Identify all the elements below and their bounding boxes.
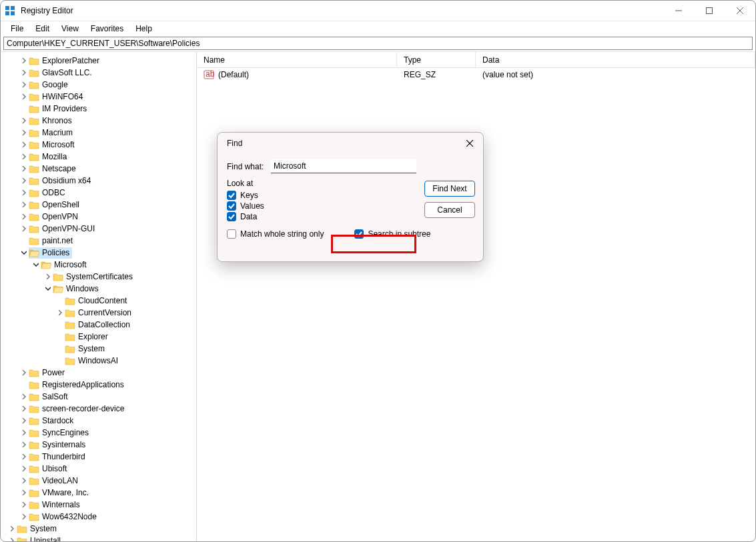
menu-favorites[interactable]: Favorites	[85, 23, 129, 35]
tree-node[interactable]: Microsoft	[1, 139, 196, 151]
chevron-right-icon[interactable]	[19, 464, 29, 473]
chevron-right-icon[interactable]	[19, 416, 29, 425]
chevron-right-icon[interactable]	[19, 452, 29, 461]
chevron-right-icon[interactable]	[19, 488, 29, 497]
tree-node[interactable]: OpenVPN	[1, 211, 196, 223]
minimize-button[interactable]	[663, 1, 694, 21]
menu-file[interactable]: File	[5, 23, 29, 35]
list-pane[interactable]: Name Type Data ab(Default)REG_SZ(value n…	[197, 52, 755, 541]
tree-node[interactable]: System	[1, 343, 196, 355]
close-button[interactable]	[725, 1, 755, 21]
chevron-right-icon[interactable]	[19, 392, 29, 401]
chevron-right-icon[interactable]	[19, 512, 29, 521]
tree-node[interactable]: SalSoft	[1, 391, 196, 403]
chevron-right-icon[interactable]	[19, 188, 29, 197]
menu-view[interactable]: View	[55, 23, 85, 35]
chevron-down-icon[interactable]	[43, 284, 53, 293]
chevron-right-icon[interactable]	[19, 116, 29, 125]
menu-edit[interactable]: Edit	[29, 23, 55, 35]
tree-node[interactable]: ODBC	[1, 187, 196, 199]
chevron-right-icon[interactable]	[19, 80, 29, 89]
tree-pane[interactable]: ExplorerPatcherGlavSoft LLC.GoogleHWiNFO…	[1, 52, 197, 541]
chevron-right-icon[interactable]	[19, 56, 29, 65]
tree-node[interactable]: Thunderbird	[1, 451, 196, 463]
tree-node[interactable]: Policies	[1, 247, 196, 259]
chevron-right-icon[interactable]	[19, 164, 29, 173]
tree-node[interactable]: Netscape	[1, 163, 196, 175]
search-subtree-checkbox[interactable]	[354, 229, 364, 239]
tree-node[interactable]: screen-recorder-device	[1, 403, 196, 415]
keys-checkbox[interactable]	[227, 191, 236, 200]
chevron-down-icon[interactable]	[19, 248, 29, 257]
data-checkbox[interactable]	[227, 212, 236, 221]
maximize-button[interactable]	[694, 1, 725, 21]
chevron-right-icon[interactable]	[19, 152, 29, 161]
tree-node[interactable]: ExplorerPatcher	[1, 55, 196, 67]
address-bar[interactable]: Computer\HKEY_CURRENT_USER\Software\Poli…	[3, 37, 753, 50]
tree-node[interactable]: Power	[1, 367, 196, 379]
col-type[interactable]: Type	[397, 52, 476, 67]
tree-node[interactable]: Windows	[1, 283, 196, 295]
value-row[interactable]: ab(Default)REG_SZ(value not set)	[197, 68, 755, 81]
tree-node[interactable]: RegisteredApplications	[1, 379, 196, 391]
tree-node[interactable]: IM Providers	[1, 103, 196, 115]
chevron-right-icon[interactable]	[19, 500, 29, 509]
match-whole-checkbox[interactable]	[227, 229, 236, 239]
chevron-right-icon[interactable]	[19, 68, 29, 77]
chevron-right-icon[interactable]	[19, 476, 29, 485]
chevron-right-icon[interactable]	[55, 308, 65, 317]
col-data[interactable]: Data	[476, 52, 755, 67]
chevron-right-icon[interactable]	[43, 272, 53, 281]
tree-node[interactable]: Mozilla	[1, 151, 196, 163]
tree-node[interactable]: Obsidium x64	[1, 175, 196, 187]
chevron-right-icon[interactable]	[19, 212, 29, 221]
tree-node[interactable]: HWiNFO64	[1, 91, 196, 103]
chevron-right-icon[interactable]	[19, 92, 29, 101]
tree-node[interactable]: OpenShell	[1, 199, 196, 211]
values-checkbox[interactable]	[227, 201, 236, 211]
tree-node[interactable]: Macrium	[1, 127, 196, 139]
chevron-right-icon[interactable]	[19, 224, 29, 233]
tree-node[interactable]: Sysinternals	[1, 439, 196, 451]
chevron-right-icon[interactable]	[19, 128, 29, 137]
tree-node[interactable]: paint.net	[1, 235, 196, 247]
tree-node[interactable]: VMware, Inc.	[1, 487, 196, 499]
tree-node[interactable]: WindowsAI	[1, 355, 196, 367]
chevron-right-icon[interactable]	[19, 200, 29, 209]
dialog-close-button[interactable]	[459, 134, 480, 153]
tree-node[interactable]: Uninstall	[1, 535, 196, 541]
tree-node[interactable]: Microsoft	[1, 259, 196, 271]
tree-node[interactable]: GlavSoft LLC.	[1, 67, 196, 79]
find-next-button[interactable]: Find Next	[424, 181, 475, 197]
tree-node[interactable]: SyncEngines	[1, 427, 196, 439]
tree-node[interactable]: SystemCertificates	[1, 271, 196, 283]
tree-node[interactable]: Ubisoft	[1, 463, 196, 475]
tree-node[interactable]: CloudContent	[1, 295, 196, 307]
menu-help[interactable]: Help	[129, 23, 158, 35]
tree-node[interactable]: VideoLAN	[1, 475, 196, 487]
tree-node[interactable]: Google	[1, 79, 196, 91]
tree-node[interactable]: DataCollection	[1, 319, 196, 331]
folder-icon	[17, 525, 27, 533]
chevron-right-icon[interactable]	[19, 440, 29, 449]
tree-node[interactable]: Khronos	[1, 115, 196, 127]
chevron-right-icon[interactable]	[19, 428, 29, 437]
tree-node[interactable]: Wow6432Node	[1, 511, 196, 523]
chevron-right-icon[interactable]	[7, 524, 17, 533]
tree-node[interactable]: System	[1, 523, 196, 535]
chevron-right-icon[interactable]	[19, 368, 29, 377]
chevron-down-icon[interactable]	[31, 260, 41, 269]
find-what-input[interactable]	[271, 159, 416, 173]
chevron-right-icon[interactable]	[19, 404, 29, 413]
tree-node[interactable]: CurrentVersion	[1, 307, 196, 319]
chevron-right-icon[interactable]	[19, 176, 29, 185]
chevron-right-icon[interactable]	[7, 536, 17, 541]
tree-node[interactable]: Explorer	[1, 331, 196, 343]
cancel-button[interactable]: Cancel	[424, 202, 475, 218]
tree-node[interactable]: Winternals	[1, 499, 196, 511]
col-name[interactable]: Name	[197, 52, 397, 67]
chevron-right-icon[interactable]	[19, 140, 29, 149]
tree-node[interactable]: OpenVPN-GUI	[1, 223, 196, 235]
tree-node[interactable]: Stardock	[1, 415, 196, 427]
dialog-title-bar[interactable]: Find	[218, 133, 483, 154]
